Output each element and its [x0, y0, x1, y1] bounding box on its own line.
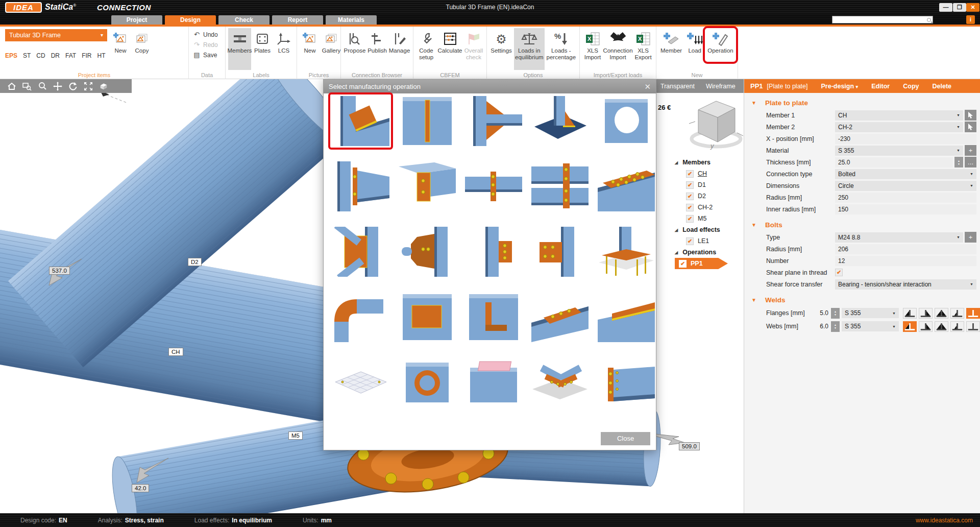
- thickness-input[interactable]: 25.0: [835, 157, 953, 167]
- tree-item-d2[interactable]: ✔D2: [675, 190, 741, 202]
- search-input[interactable]: [832, 16, 933, 23]
- flanges-weld-material-select[interactable]: S 355: [842, 308, 899, 318]
- project-item-fat[interactable]: FAT: [65, 52, 76, 59]
- code-setup-button[interactable]: Code setup: [416, 28, 436, 70]
- weld-type-right-icon[interactable]: [919, 308, 933, 319]
- shear-transfer-select[interactable]: Bearing - tension/shear interaction: [835, 279, 976, 290]
- operation-thumbnail-bend[interactable]: [331, 292, 390, 342]
- connection-import-button[interactable]: Connection Import: [604, 28, 632, 70]
- operation-thumbnail-corner-plate[interactable]: [596, 292, 656, 342]
- loads-in-equilibrium-button[interactable]: Loads in equilibrium: [514, 28, 545, 70]
- tree-item-ch[interactable]: ✔CH: [675, 168, 741, 179]
- webs-weld-material-select[interactable]: S 355: [842, 321, 899, 331]
- tree-group-load-effects[interactable]: ◢Load effects: [675, 224, 741, 235]
- checkbox-icon[interactable]: ✔: [679, 260, 687, 268]
- solid-view-icon[interactable]: [99, 82, 108, 91]
- operation-thumbnail-base-plate[interactable]: [530, 96, 590, 146]
- tree-group-operations[interactable]: ◢Operations: [675, 247, 741, 258]
- tree-item-d1[interactable]: ✔D1: [675, 179, 741, 190]
- operation-thumbnail-tube-opening[interactable]: [397, 357, 457, 408]
- operation-thumbnail-stub[interactable]: [397, 227, 457, 277]
- loads-percentage-button[interactable]: %Loads - percentage: [546, 28, 577, 70]
- operation-thumbnail-stiffening-member[interactable]: [397, 96, 457, 146]
- operation-thumbnail-panel-opening[interactable]: [397, 292, 457, 342]
- project-item-fir[interactable]: FIR: [82, 52, 91, 59]
- operation-button[interactable]: Operation: [706, 28, 735, 70]
- operation-thumbnail-bolted-end-plate[interactable]: [596, 357, 656, 408]
- close-button[interactable]: ✕: [966, 3, 979, 12]
- checkbox-icon[interactable]: ✔: [686, 215, 694, 223]
- undo-button[interactable]: ↶Undo: [193, 30, 221, 39]
- tab-check[interactable]: Check: [218, 15, 270, 25]
- inner-radius-input[interactable]: 150: [835, 204, 976, 214]
- delete-operation-button[interactable]: Delete: [932, 83, 951, 90]
- zoom-icon[interactable]: [38, 82, 47, 91]
- fit-icon[interactable]: [84, 82, 93, 91]
- project-selector[interactable]: Tubular 3D Frame: [5, 29, 107, 41]
- weld-type-left-icon[interactable]: [903, 321, 917, 332]
- bolt-number-input[interactable]: 12: [835, 256, 976, 266]
- section-plate-to-plate[interactable]: ▼Plate to plate: [744, 96, 980, 109]
- weld-type-plain-icon[interactable]: [966, 321, 980, 332]
- section-bolts[interactable]: ▼Bolts: [744, 218, 980, 231]
- checkbox-icon[interactable]: ✔: [686, 181, 694, 189]
- lcs-button[interactable]: LCS: [274, 28, 294, 70]
- operation-thumbnail-splice[interactable]: [530, 161, 590, 211]
- checkbox-icon[interactable]: ✔: [686, 237, 694, 245]
- ideastatica-link[interactable]: www.ideastatica.com: [916, 517, 973, 524]
- bolt-radius-input[interactable]: 206: [835, 244, 976, 254]
- thickness-more-button[interactable]: …: [965, 157, 976, 167]
- add-bolt-type-button[interactable]: ＋: [965, 232, 976, 243]
- dialog-close-button[interactable]: Close: [601, 432, 650, 445]
- xls-export-button[interactable]: XXLS Export: [633, 28, 653, 70]
- section-welds[interactable]: ▼Welds: [744, 293, 980, 306]
- dialog-close-icon[interactable]: ✕: [644, 82, 651, 91]
- project-item-st[interactable]: ST: [23, 52, 31, 59]
- weld-type-both-icon[interactable]: [935, 321, 948, 332]
- material-select[interactable]: S 355: [835, 146, 963, 156]
- view-mode-transparent[interactable]: Transparent: [660, 83, 695, 90]
- add-material-button[interactable]: ＋: [965, 145, 976, 156]
- webs-weld-size[interactable]: 6.0: [813, 323, 828, 330]
- shear-plane-checkbox[interactable]: ✔: [835, 269, 843, 276]
- propose-button[interactable]: Propose: [344, 28, 366, 70]
- operation-thumbnail-widener[interactable]: [463, 96, 523, 146]
- operation-thumbnail-anchor-grid[interactable]: [596, 227, 656, 277]
- view-mode-wireframe[interactable]: Wireframe: [706, 83, 736, 90]
- checkbox-icon[interactable]: ✔: [686, 193, 694, 200]
- maximize-button[interactable]: ❒: [953, 3, 966, 12]
- tab-design[interactable]: Design: [165, 15, 216, 25]
- settings-button[interactable]: ⚙Settings: [489, 28, 513, 70]
- operation-thumbnail-connecting-plate[interactable]: [397, 161, 457, 211]
- tree-item-ch-2[interactable]: ✔CH-2: [675, 202, 741, 213]
- operation-thumbnail-negative-volume[interactable]: [463, 357, 523, 408]
- project-item-cd[interactable]: CD: [36, 52, 45, 59]
- copy-project-button[interactable]: Copy: [132, 28, 152, 70]
- save-button[interactable]: ▤Save: [193, 51, 221, 59]
- x-position-input[interactable]: -230: [835, 134, 976, 144]
- member-button[interactable]: Member: [659, 28, 683, 70]
- operation-thumbnail-fin-plate[interactable]: [463, 161, 523, 211]
- weld-type-small-left-icon[interactable]: [950, 321, 964, 332]
- operation-thumbnail-cut-of-member[interactable]: [331, 96, 390, 146]
- zoom-window-icon[interactable]: [22, 82, 32, 91]
- dimensions-select[interactable]: Circle: [835, 181, 976, 191]
- operation-thumbnail-end-plate[interactable]: [331, 161, 390, 211]
- tab-report[interactable]: Report: [272, 15, 323, 25]
- bolt-type-select[interactable]: M24 8.8: [835, 232, 963, 243]
- operation-thumbnail-stiffener-angle[interactable]: [463, 292, 523, 342]
- operation-thumbnail-wedge-plate[interactable]: [530, 292, 590, 342]
- publish-button[interactable]: Publish: [367, 28, 387, 70]
- project-item-ht[interactable]: HT: [97, 52, 106, 59]
- radius-input[interactable]: 250: [835, 193, 976, 203]
- gallery-button[interactable]: Gallery: [321, 28, 341, 70]
- checkbox-icon[interactable]: ✔: [686, 170, 694, 178]
- home-icon[interactable]: [7, 82, 16, 91]
- rotate-icon[interactable]: [68, 82, 78, 91]
- info-button[interactable]: i: [966, 15, 975, 24]
- editor-button[interactable]: Editor: [871, 83, 890, 90]
- copy-operation-button[interactable]: Copy: [903, 83, 919, 90]
- tree-group-members[interactable]: ◢Members: [675, 157, 741, 168]
- navigation-cube[interactable]: y: [688, 96, 744, 150]
- member2-select[interactable]: CH-2: [835, 122, 963, 132]
